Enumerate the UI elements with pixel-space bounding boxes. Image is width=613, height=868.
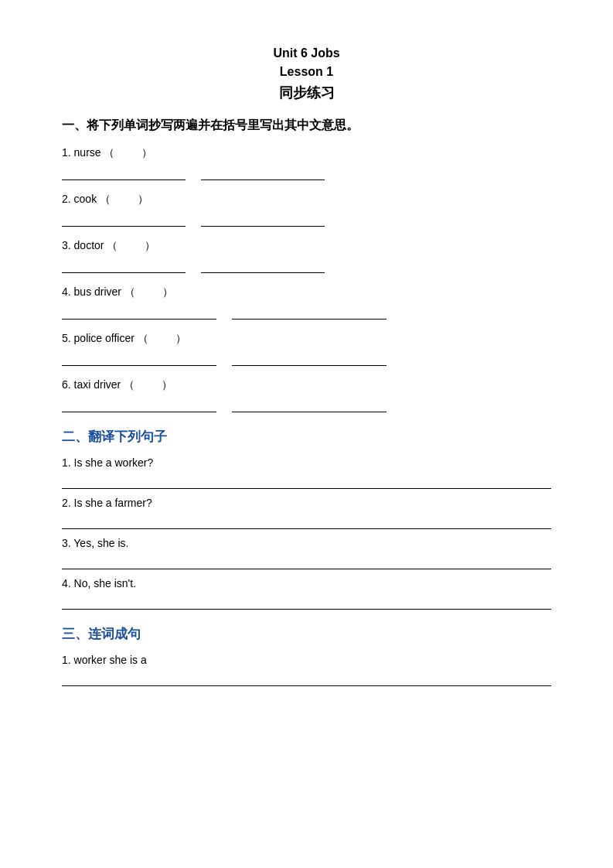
section-three: 三、连词成句 1. worker she is a [62,625,551,686]
write-line-bus-driver-1[interactable] [62,304,216,320]
translate-item-1: 1. Is she a worker? [62,456,551,489]
vocab-item-cook: 2. cook （ ） [62,193,551,227]
section-one-heading: 一、将下列单词抄写两遍并在括号里写出其中文意思。 [62,118,551,134]
vocab-label-police-officer: 5. police officer （ ） [62,332,551,346]
vocab-item-doctor: 3. doctor （ ） [62,239,551,273]
vocab-label-bus-driver: 4. bus driver （ ） [62,285,551,299]
write-line-doctor-2[interactable] [201,258,325,273]
write-line-nurse-2[interactable] [201,165,325,180]
word-order-label-1: 1. worker she is a [62,654,551,666]
word-order-item-1: 1. worker she is a [62,654,551,686]
vocab-label-taxi-driver: 6. taxi driver （ ） [62,378,551,392]
section-two-heading: 二、翻译下列句子 [62,428,551,446]
word-order-answer-1[interactable] [62,668,551,686]
write-line-taxi-driver-1[interactable] [62,397,216,412]
translate-item-3: 3. Yes, she is. [62,537,551,569]
translate-label-1: 1. Is she a worker? [62,456,551,469]
lesson-title: Lesson 1 [62,65,551,79]
write-line-police-officer-2[interactable] [232,350,387,366]
unit-title: Unit 6 Jobs [62,46,551,60]
page-header: Unit 6 Jobs Lesson 1 同步练习 [62,46,551,102]
write-line-bus-driver-2[interactable] [232,304,387,320]
vocab-item-police-officer: 5. police officer （ ） [62,332,551,366]
vocab-label-nurse: 1. nurse （ ） [62,146,551,160]
write-line-nurse-1[interactable] [62,165,186,180]
vocab-item-nurse: 1. nurse （ ） [62,146,551,180]
write-lines-police-officer [62,350,551,366]
section-three-heading: 三、连词成句 [62,625,551,643]
translate-item-4: 4. No, she isn't. [62,577,551,610]
vocab-item-taxi-driver: 6. taxi driver （ ） [62,378,551,412]
write-lines-nurse [62,165,551,180]
write-line-police-officer-1[interactable] [62,350,216,366]
answer-line-2[interactable] [62,511,551,529]
write-lines-taxi-driver [62,397,551,412]
answer-line-4[interactable] [62,591,551,610]
subtitle: 同步练习 [62,84,551,102]
section-one: 一、将下列单词抄写两遍并在括号里写出其中文意思。 1. nurse （ ） 2.… [62,118,551,412]
translate-label-3: 3. Yes, she is. [62,537,551,549]
write-lines-cook [62,211,551,227]
write-line-cook-2[interactable] [201,211,325,227]
section-two: 二、翻译下列句子 1. Is she a worker? 2. Is she a… [62,428,551,610]
translate-label-2: 2. Is she a farmer? [62,497,551,509]
write-line-taxi-driver-2[interactable] [232,397,387,412]
write-lines-doctor [62,258,551,273]
vocab-item-bus-driver: 4. bus driver （ ） [62,285,551,320]
write-line-doctor-1[interactable] [62,258,186,273]
vocab-label-doctor: 3. doctor （ ） [62,239,551,253]
answer-line-1[interactable] [62,470,551,489]
write-line-cook-1[interactable] [62,211,186,227]
vocab-label-cook: 2. cook （ ） [62,193,551,207]
translate-label-4: 4. No, she isn't. [62,577,551,589]
write-lines-bus-driver [62,304,551,320]
answer-line-3[interactable] [62,551,551,569]
translate-item-2: 2. Is she a farmer? [62,497,551,529]
